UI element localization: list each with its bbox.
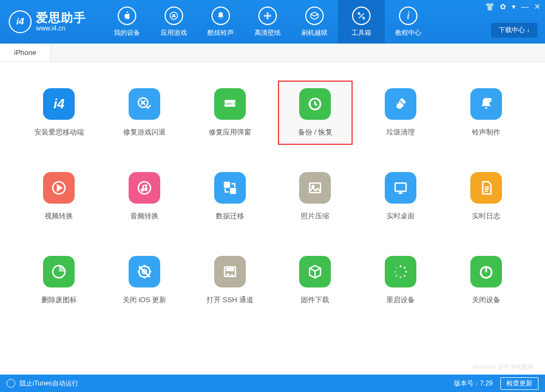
- tool-loading[interactable]: 重启设备: [364, 248, 438, 313]
- svg-point-30: [405, 271, 407, 273]
- minimize-icon[interactable]: —: [521, 2, 529, 11]
- tool-label: 修复应用弹窗: [209, 127, 251, 137]
- music-icon: [129, 172, 160, 204]
- power-icon: [470, 256, 502, 287]
- dropdown-icon[interactable]: ▾: [512, 2, 516, 11]
- radio-icon: [7, 379, 15, 388]
- tool-pie[interactable]: 删除废图标: [22, 248, 96, 313]
- tool-cube[interactable]: 固件下载: [278, 248, 353, 313]
- photo-icon: [299, 172, 331, 204]
- nav-flash-jailbreak[interactable]: 刷机越狱: [291, 0, 338, 44]
- gear-off-icon: [129, 256, 160, 287]
- box-icon: [305, 7, 324, 25]
- svg-rect-20: [310, 183, 320, 193]
- svg-point-5: [269, 14, 271, 17]
- tool-label: 视频转换: [45, 211, 73, 221]
- tool-label: 垃圾清理: [386, 127, 415, 137]
- appstore-check-icon: [129, 88, 160, 120]
- svg-point-28: [399, 265, 402, 267]
- svg-rect-18: [223, 182, 229, 188]
- logo-icon: i4: [9, 10, 32, 33]
- tool-label: 音频转换: [130, 211, 159, 221]
- tool-appstore-check[interactable]: 修复游戏闪退: [107, 81, 182, 145]
- nav-label: 我的设备: [114, 28, 140, 38]
- tool-i4[interactable]: i4安装爱思移动端: [22, 81, 96, 145]
- tool-play[interactable]: 视频转换: [22, 164, 96, 229]
- svg-point-29: [404, 267, 406, 269]
- restore-icon: [299, 88, 331, 120]
- block-itunes-label: 阻止iTunes自动运行: [20, 379, 78, 388]
- flower-icon: [258, 7, 277, 25]
- nav-ringtones[interactable]: 酷炫铃声: [197, 0, 244, 44]
- ssh-icon: SSH: [214, 256, 246, 287]
- tool-label: 关闭设备: [472, 295, 500, 305]
- svg-point-33: [396, 275, 398, 277]
- tool-apple-id[interactable]: Apple ID修复应用弹窗: [192, 81, 267, 145]
- svg-point-35: [396, 267, 398, 269]
- tool-label: 实时日志: [472, 211, 500, 221]
- broom-icon: [385, 88, 416, 120]
- svg-point-31: [404, 275, 406, 277]
- nav-toolbox[interactable]: 工具箱: [338, 0, 385, 44]
- svg-point-17: [145, 188, 147, 191]
- nav-label: 应用游戏: [161, 28, 187, 38]
- bell-icon: +: [470, 88, 502, 120]
- svg-point-32: [399, 276, 402, 278]
- pie-icon: [43, 256, 75, 287]
- shirt-icon[interactable]: 👕: [485, 2, 494, 11]
- tool-screen[interactable]: 实时桌面: [364, 164, 438, 229]
- info-icon: i: [399, 7, 417, 25]
- tool-gear-off[interactable]: 关闭 iOS 更新: [107, 248, 182, 313]
- close-icon[interactable]: ✕: [534, 2, 541, 11]
- block-itunes-toggle[interactable]: 阻止iTunes自动运行: [7, 379, 78, 388]
- apple-id-icon: Apple ID: [214, 88, 246, 120]
- tool-label: 实时桌面: [386, 211, 415, 221]
- svg-text:+: +: [488, 98, 491, 102]
- nav-my-device[interactable]: 我的设备: [104, 0, 150, 44]
- nav-label: 工具箱: [352, 28, 371, 38]
- tool-label: 备份 / 恢复: [298, 127, 332, 137]
- tool-doc[interactable]: 实时日志: [449, 164, 523, 229]
- bell-icon: [211, 7, 230, 25]
- settings-icon[interactable]: ✿: [500, 2, 506, 11]
- svg-point-15: [138, 182, 151, 194]
- svg-point-1: [267, 14, 269, 17]
- window-controls: 👕 ✿ ▾ — ✕: [485, 2, 541, 11]
- header: i4 爱思助手 www.i4.cn 我的设备 应用游戏 酷炫铃声 高清壁纸 刷机…: [0, 0, 545, 44]
- tool-label: 修复游戏闪退: [123, 127, 166, 137]
- nav-label: 教程中心: [395, 28, 421, 38]
- nav-apps-games[interactable]: 应用游戏: [150, 0, 197, 44]
- tool-label: 固件下载: [301, 295, 329, 305]
- svg-point-7: [363, 17, 365, 19]
- check-update-button[interactable]: 检查更新: [500, 377, 538, 390]
- tools-panel: i4安装爱思移动端修复游戏闪退Apple ID修复应用弹窗备份 / 恢复垃圾清理…: [0, 62, 545, 372]
- svg-point-6: [358, 13, 360, 14]
- version-label: 版本号：7.29: [454, 379, 493, 388]
- tool-broom[interactable]: 垃圾清理: [364, 81, 438, 145]
- nav-tutorials[interactable]: i 教程中心: [385, 0, 432, 44]
- tool-label: 重启设备: [386, 295, 415, 305]
- apple-icon: [118, 7, 136, 25]
- brand-cn: 爱思助手: [36, 11, 86, 24]
- nav-wallpapers[interactable]: 高清壁纸: [244, 0, 291, 44]
- transfer-icon: [214, 172, 246, 204]
- tab-iphone[interactable]: iPhone: [0, 44, 51, 62]
- loading-icon: [385, 256, 416, 287]
- device-tabs: iPhone: [0, 44, 545, 62]
- nav-label: 高清壁纸: [255, 28, 281, 38]
- download-center-button[interactable]: 下载中心 ↓: [491, 23, 537, 38]
- tool-ssh[interactable]: SSH打开 SSH 通道: [192, 248, 267, 313]
- tool-music[interactable]: 音频转换: [107, 164, 182, 229]
- doc-icon: [470, 172, 502, 204]
- tool-photo[interactable]: 照片压缩: [278, 164, 353, 229]
- cube-icon: [299, 256, 331, 287]
- play-icon: [43, 172, 75, 204]
- tool-transfer[interactable]: 数据迁移: [192, 164, 267, 229]
- tool-power[interactable]: 关闭设备: [449, 248, 523, 313]
- tool-label: 数据迁移: [216, 211, 244, 221]
- svg-point-3: [267, 17, 269, 20]
- tool-bell[interactable]: +铃声制作: [449, 81, 523, 145]
- tool-restore[interactable]: 备份 / 恢复: [278, 81, 353, 145]
- svg-point-16: [141, 189, 143, 191]
- tool-label: 铃声制作: [472, 127, 500, 137]
